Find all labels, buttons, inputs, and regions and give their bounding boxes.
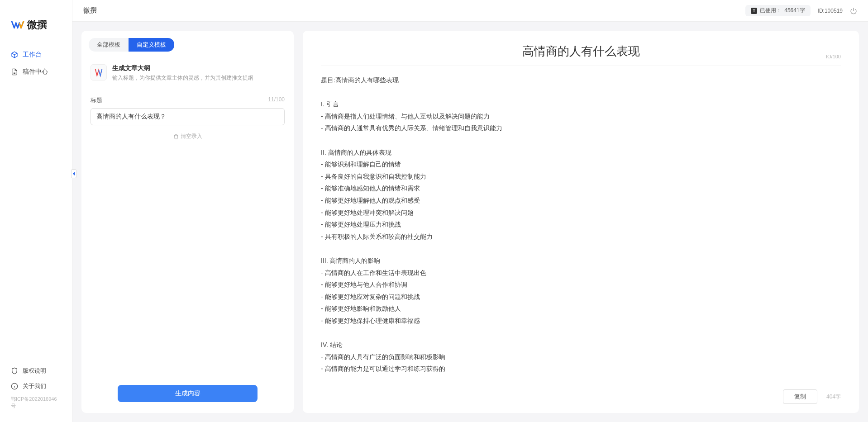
icp-text: 鄂ICP备2022016946号 bbox=[0, 394, 72, 413]
sidebar-collapse[interactable] bbox=[71, 169, 76, 178]
content: 全部模板 自定义模板 生成文章大纲 输入标题，为你提供文章主体的灵感，并为其创建… bbox=[72, 22, 868, 422]
output-body: 题目:高情商的人有哪些表现 I. 引言 - 高情商是指人们处理情绪、与他人互动以… bbox=[321, 74, 841, 376]
output-title: 高情商的人有什么表现 bbox=[321, 43, 841, 59]
tab-custom-templates[interactable]: 自定义模板 bbox=[129, 38, 174, 52]
nav-label: 关于我们 bbox=[23, 382, 46, 390]
nav-about[interactable]: 关于我们 bbox=[0, 379, 72, 394]
usage-value: 45641字 bbox=[784, 7, 805, 14]
document-icon bbox=[11, 68, 18, 76]
chevron-left-icon bbox=[72, 171, 76, 176]
template-icon bbox=[91, 64, 107, 81]
clear-input[interactable]: 清空录入 bbox=[91, 125, 285, 148]
copy-button[interactable]: 复制 bbox=[783, 389, 817, 404]
info-icon bbox=[11, 383, 18, 390]
usage-badge: T 已使用： 45641字 bbox=[745, 5, 810, 16]
template-info: 生成文章大纲 输入标题，为你提供文章主体的灵感，并为其创建推文提纲 bbox=[112, 64, 253, 82]
output-footer: 复制 404字 bbox=[321, 382, 841, 404]
trash-icon bbox=[173, 134, 179, 139]
power-icon[interactable] bbox=[850, 7, 857, 14]
form-label-row: 标题 11/100 bbox=[91, 96, 285, 104]
generate-button[interactable]: 生成内容 bbox=[118, 385, 258, 402]
template-desc: 输入标题，为你提供文章主体的灵感，并为其创建推文提纲 bbox=[112, 74, 253, 82]
tabs: 全部模板 自定义模板 bbox=[81, 38, 294, 59]
form-label: 标题 bbox=[91, 96, 102, 104]
clear-text: 清空录入 bbox=[181, 133, 202, 140]
topbar: 微撰 T 已使用： 45641字 ID:100519 bbox=[72, 0, 868, 22]
cube-icon bbox=[11, 51, 18, 58]
output-char-count: 404字 bbox=[826, 393, 841, 401]
nav-copyright[interactable]: 版权说明 bbox=[0, 363, 72, 379]
sidebar: 微撰 工作台 稿件中心 版权说明 关于我们 鄂ICP备2022016946号 bbox=[0, 0, 72, 422]
logo: 微撰 bbox=[0, 7, 72, 46]
io-count: IO/100 bbox=[826, 54, 841, 59]
topbar-title: 微撰 bbox=[83, 6, 738, 15]
template-card: 生成文章大纲 输入标题，为你提供文章主体的灵感，并为其创建推文提纲 bbox=[81, 59, 294, 87]
nav: 工作台 稿件中心 bbox=[0, 46, 72, 363]
logo-icon bbox=[11, 19, 24, 30]
nav-label: 版权说明 bbox=[23, 367, 46, 375]
generate-wrap: 生成内容 bbox=[81, 385, 294, 406]
user-id: ID:100519 bbox=[818, 8, 843, 14]
text-icon: T bbox=[751, 8, 757, 14]
nav-drafts[interactable]: 稿件中心 bbox=[0, 63, 72, 81]
usage-label: 已使用： bbox=[760, 7, 782, 14]
char-count: 11/100 bbox=[268, 96, 285, 104]
logo-text: 微撰 bbox=[27, 18, 47, 32]
sidebar-footer: 版权说明 关于我们 鄂ICP备2022016946号 bbox=[0, 363, 72, 422]
shield-icon bbox=[11, 367, 18, 375]
nav-label: 工作台 bbox=[23, 51, 42, 59]
panel-left: 全部模板 自定义模板 生成文章大纲 输入标题，为你提供文章主体的灵感，并为其创建… bbox=[81, 31, 294, 413]
template-title: 生成文章大纲 bbox=[112, 64, 253, 72]
nav-label: 稿件中心 bbox=[23, 68, 48, 76]
nav-workspace[interactable]: 工作台 bbox=[0, 46, 72, 63]
output-header: 高情商的人有什么表现 IO/100 bbox=[321, 43, 841, 66]
main: 微撰 T 已使用： 45641字 ID:100519 全部模板 自定义模板 bbox=[72, 0, 868, 422]
title-input[interactable] bbox=[91, 108, 285, 125]
form-block: 标题 11/100 清空录入 bbox=[81, 87, 294, 385]
panel-right: 高情商的人有什么表现 IO/100 题目:高情商的人有哪些表现 I. 引言 - … bbox=[303, 31, 859, 413]
tab-all-templates[interactable]: 全部模板 bbox=[89, 38, 129, 52]
